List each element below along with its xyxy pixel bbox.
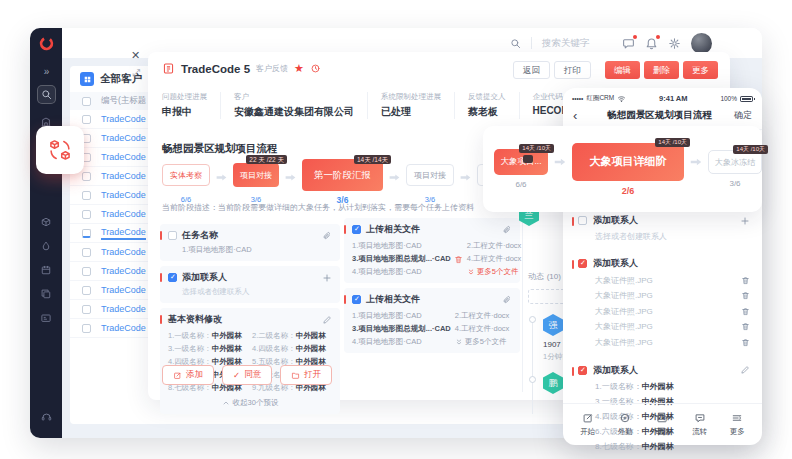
file-item[interactable]: 4.项目地地形图·CAD xyxy=(352,337,451,347)
sidebar-item-drop-icon[interactable] xyxy=(40,240,52,252)
more-files-link[interactable]: 更多5个文件 xyxy=(455,337,510,347)
open-button[interactable]: 打开 xyxy=(280,365,332,385)
phone-flow-stage-current[interactable]: 14天 /10天大象项目详细阶 2/6 xyxy=(572,143,684,196)
delete-button[interactable]: 删除 xyxy=(644,61,679,79)
sidebar-item-card-icon[interactable] xyxy=(40,312,52,324)
toolbar-approval[interactable]: 审批 xyxy=(655,412,670,437)
paperclip-icon[interactable] xyxy=(502,295,512,305)
file-item[interactable]: 4.工程文件·docx xyxy=(455,324,510,334)
sidebar-item-copy-icon[interactable] xyxy=(40,288,52,300)
task-checkbox[interactable] xyxy=(578,216,587,225)
sidebar-item-product-icon[interactable] xyxy=(40,216,52,228)
pencil-icon[interactable] xyxy=(322,315,332,325)
flow-stage[interactable]: 22 天 /22 天项目对接3/6 xyxy=(233,158,279,204)
toolbar-field-work[interactable]: 外勤 xyxy=(618,412,633,437)
more-button[interactable]: 更多 xyxy=(683,61,718,79)
file-item[interactable]: 1.项目地地形图·CAD xyxy=(352,311,451,321)
row-link[interactable]: TradeCode xyxy=(101,114,146,124)
file-item[interactable]: 4.工程文件·docx xyxy=(467,254,522,264)
row-checkbox[interactable] xyxy=(82,191,91,200)
task-checkbox[interactable] xyxy=(168,231,177,240)
collapse-presets-link[interactable]: 收起30个预设 xyxy=(168,398,332,408)
row-link[interactable]: TradeCode xyxy=(101,266,146,276)
messages-icon[interactable] xyxy=(622,37,635,50)
file-item-selected[interactable]: 3.项目地地形图总规划...·CAD xyxy=(352,324,451,334)
reminder-clock-icon[interactable] xyxy=(310,63,321,74)
phone-status-bar: ••••• 红圈CRM 9:41 AM 100% xyxy=(563,88,762,103)
row-link[interactable]: TradeCode xyxy=(101,152,146,162)
row-link[interactable]: TradeCode xyxy=(101,171,146,181)
row-checkbox[interactable] xyxy=(82,229,91,238)
trash-icon[interactable] xyxy=(454,255,463,264)
toolbar-start[interactable]: 开始 xyxy=(580,412,595,437)
help-headset-icon[interactable] xyxy=(40,410,53,423)
flow-title: 畅想园景区规划项目流程 xyxy=(162,142,278,156)
row-link[interactable]: TradeCode xyxy=(101,323,146,333)
row-checkbox[interactable] xyxy=(82,267,91,276)
agree-button[interactable]: ✓同意 xyxy=(222,365,272,385)
file-item-selected[interactable]: 3.项目地地形图总规划...·CAD xyxy=(352,254,463,264)
edit-button[interactable]: 编辑 xyxy=(605,61,640,79)
flow-stage-current[interactable]: 14天 /14天第一阶段汇报3/6 xyxy=(302,158,383,205)
close-icon[interactable]: ✕ xyxy=(131,49,140,62)
task-checkbox[interactable] xyxy=(578,259,587,268)
task-checkbox[interactable] xyxy=(578,366,587,375)
favorite-star-icon[interactable]: ★ xyxy=(294,63,304,74)
expand-icon[interactable]: ⤢ xyxy=(132,67,140,79)
row-link[interactable]: TradeCode xyxy=(101,209,146,219)
row-checkbox[interactable] xyxy=(82,210,91,219)
row-link[interactable]: TradeCode xyxy=(101,285,146,295)
file-item[interactable]: 4.项目地地形图·CAD xyxy=(352,267,463,277)
row-checkbox[interactable] xyxy=(82,115,91,124)
file-item[interactable]: 2.工程文件·docx xyxy=(455,311,510,321)
row-checkbox[interactable] xyxy=(82,324,91,333)
row-checkbox[interactable] xyxy=(82,286,91,295)
user-avatar[interactable] xyxy=(691,33,712,54)
task-checkbox[interactable] xyxy=(168,273,177,282)
plus-icon[interactable] xyxy=(740,216,750,226)
flow-stage[interactable]: 项目对接3/6 xyxy=(406,158,454,204)
sidebar-search-icon[interactable] xyxy=(37,85,56,104)
toolbar-more[interactable]: 更多 xyxy=(730,412,745,437)
collapse-chevrons-icon[interactable]: » xyxy=(44,66,49,77)
phone-flow-stage[interactable]: 14天 /10天大象冰冻结 3/6 xyxy=(708,150,762,188)
file-item[interactable]: 2.工程文件·docx xyxy=(467,241,522,251)
more-files-link[interactable]: 更多5个文件 xyxy=(467,267,522,277)
paperclip-icon[interactable] xyxy=(322,231,332,241)
phone-flow-stage[interactable]: 14天 /10天大象项目... 6/6 xyxy=(494,149,548,189)
task-checkbox[interactable] xyxy=(352,295,361,304)
flow-stage[interactable]: 实体考察6/6 xyxy=(162,158,210,204)
search-input[interactable]: 搜索关键字 xyxy=(542,37,612,50)
task-checkbox[interactable] xyxy=(352,225,361,234)
row-checkbox[interactable] xyxy=(82,305,91,314)
add-button[interactable]: 添加 xyxy=(162,365,214,385)
row-checkbox[interactable] xyxy=(82,248,91,257)
row-link[interactable]: TradeCode xyxy=(101,247,146,257)
settings-gear-icon[interactable] xyxy=(668,37,681,50)
pencil-icon[interactable] xyxy=(740,365,750,375)
row-link[interactable]: TradeCode xyxy=(101,227,146,240)
notifications-bell-icon[interactable] xyxy=(645,37,658,50)
trash-icon[interactable] xyxy=(741,307,750,316)
sidebar-item-calendar-icon[interactable] xyxy=(40,264,52,276)
back-button[interactable]: 返回 xyxy=(513,61,550,79)
row-link[interactable]: TradeCode xyxy=(101,304,146,314)
row-link[interactable]: TradeCode xyxy=(101,133,146,143)
confirm-button[interactable]: 确定 xyxy=(730,109,752,122)
floating-sync-widget[interactable] xyxy=(36,126,84,174)
trash-icon[interactable] xyxy=(741,322,750,331)
search-icon[interactable] xyxy=(510,38,521,49)
row-checkbox[interactable] xyxy=(82,172,91,181)
stage-arrow-icon xyxy=(553,155,567,169)
trash-icon[interactable] xyxy=(741,276,750,285)
back-chevron-icon[interactable]: ‹ xyxy=(573,109,589,122)
paperclip-icon[interactable] xyxy=(502,225,512,235)
plus-icon[interactable] xyxy=(322,273,332,283)
file-item[interactable]: 1.项目地地形图·CAD xyxy=(352,241,463,251)
trash-icon[interactable] xyxy=(741,291,750,300)
trash-icon[interactable] xyxy=(741,338,750,347)
toolbar-flow[interactable]: 流转 xyxy=(692,412,707,437)
select-all-checkbox[interactable] xyxy=(82,97,91,106)
print-button[interactable]: 打印 xyxy=(554,61,591,79)
row-link[interactable]: TradeCode xyxy=(101,190,146,200)
